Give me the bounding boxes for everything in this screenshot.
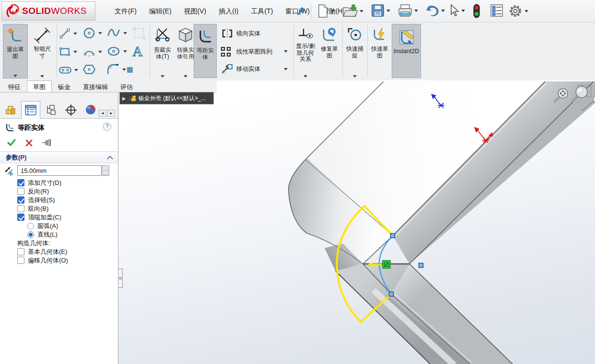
text-tool-button[interactable]: A (130, 44, 145, 59)
offset-distance-input[interactable] (17, 165, 102, 176)
select-button[interactable] (449, 4, 465, 17)
fillet-tool-button[interactable] (106, 63, 126, 76)
panel-splitter-handle[interactable] (118, 269, 123, 288)
arc-tool-dropdown[interactable] (98, 51, 102, 53)
tab-dimxpert-manager[interactable] (61, 101, 81, 119)
sketch-point-bottom[interactable] (389, 292, 394, 296)
save-button[interactable] (371, 4, 390, 17)
checkbox-icon[interactable] (17, 196, 24, 204)
check-select-chain[interactable]: 选择链(S) (0, 196, 118, 204)
polygon-tool-button[interactable] (82, 63, 96, 76)
cancel-button[interactable] (25, 139, 33, 147)
task-list-button[interactable] (490, 4, 503, 17)
menu-tools[interactable]: 工具(T) (245, 5, 278, 18)
menu-view[interactable]: 视图(V) (179, 5, 212, 18)
select-dropdown[interactable] (461, 10, 465, 12)
ellipse-tool-dropdown[interactable] (123, 50, 127, 53)
rapid-sketch-button[interactable]: 快速草 图 (369, 24, 390, 79)
tree-expand-arrow[interactable]: ▶ (122, 96, 126, 101)
panel-tabs-scroll-right[interactable]: ► (107, 110, 115, 117)
slot-tool-button[interactable] (58, 65, 78, 75)
tab-sketch[interactable]: 草图 (27, 80, 52, 92)
check-offset-geometry[interactable]: 偏移几何体(O) (0, 256, 118, 264)
checkbox-icon[interactable] (17, 248, 24, 255)
open-dropdown[interactable] (360, 10, 363, 12)
circle-tool-dropdown[interactable] (98, 32, 102, 34)
tab-property-manager[interactable] (21, 101, 40, 119)
feature-tree-flyout[interactable]: ▶ 钣金外壳 (默认<<默认>_... (119, 92, 214, 104)
smart-dimension-button[interactable]: 智能尺 寸 (30, 24, 55, 79)
new-document-dropdown[interactable] (331, 10, 335, 12)
point-tool-button[interactable] (127, 67, 133, 73)
tab-configuration-manager[interactable] (41, 101, 60, 119)
instant2d-button[interactable]: Instant2D (392, 24, 421, 78)
repair-sketch-button[interactable]: 修复草 图 (318, 24, 340, 79)
print-dropdown[interactable] (414, 10, 418, 12)
smart-dimension-dropdown[interactable] (40, 75, 44, 78)
undo-button[interactable] (425, 4, 445, 17)
options-gear-button[interactable] (508, 4, 528, 18)
radio-lines[interactable]: 直线(L) (0, 230, 118, 239)
ok-button[interactable] (7, 138, 16, 147)
line-tool-button[interactable] (58, 27, 77, 40)
offset-entities-button[interactable]: 等距实 体 (194, 24, 217, 78)
trim-entities-button[interactable]: 剪裁实 体(T) (152, 24, 174, 79)
convert-dropdown[interactable] (184, 75, 187, 78)
check-reverse[interactable]: 反向(R) (0, 187, 118, 195)
check-base-geometry[interactable]: 基本几何体(E) (0, 248, 118, 256)
ellipse-tool-button[interactable] (106, 45, 127, 58)
checkbox-icon[interactable] (17, 214, 24, 221)
display-relations-dropdown[interactable] (303, 75, 307, 78)
slot-tool-dropdown[interactable] (74, 69, 78, 71)
tab-evaluate[interactable]: 评估 (114, 80, 139, 92)
linear-pattern-dropdown[interactable] (284, 50, 288, 53)
offset-drag-handle[interactable] (383, 261, 390, 268)
offset-distance-spinner[interactable] (102, 165, 109, 176)
move-entities-dropdown[interactable] (284, 68, 288, 70)
rectangle-tool-button[interactable] (58, 46, 77, 58)
menu-edit[interactable]: 编辑(E) (144, 5, 177, 18)
line-tool-dropdown[interactable] (73, 33, 77, 35)
tab-feature-manager[interactable] (1, 101, 20, 119)
tree-item-label[interactable]: 钣金外壳 (默认<<默认>_... (139, 94, 206, 102)
checkbox-icon[interactable] (17, 257, 24, 264)
tab-features[interactable]: 特征 (2, 80, 27, 92)
check-add-dimensions[interactable]: 添加尺寸(D) (0, 179, 118, 187)
radio-icon[interactable] (27, 223, 34, 229)
panel-tabs-scroll-left[interactable]: ◄ (99, 110, 106, 117)
rebuild-button[interactable] (473, 4, 480, 18)
checkbox-icon[interactable] (17, 205, 24, 212)
radio-arcs[interactable]: 圆弧(A) (0, 222, 118, 230)
linear-pattern-button[interactable]: 线性草图阵列 (220, 45, 272, 58)
parameters-group-header[interactable]: 参数(P) (0, 152, 118, 163)
open-button[interactable] (342, 4, 363, 18)
collapse-chevron-icon[interactable] (107, 156, 113, 162)
quick-snaps-button[interactable]: 快速捕 捉 (344, 24, 365, 79)
sketch-point-top[interactable] (391, 234, 395, 238)
arc-tool-button[interactable] (82, 46, 102, 58)
circle-tool-button[interactable] (82, 26, 102, 40)
trim-dropdown[interactable] (161, 75, 164, 78)
checkbox-icon[interactable] (17, 188, 24, 195)
check-bidirectional[interactable]: 双向(B) (0, 205, 118, 213)
help-icon[interactable]: ? (103, 123, 111, 131)
exit-sketch-dropdown[interactable] (13, 75, 17, 77)
graphics-area[interactable] (118, 81, 595, 364)
options-dropdown[interactable] (525, 10, 528, 12)
tab-direct-editing[interactable]: 直接编辑 (77, 80, 114, 92)
menu-insert[interactable]: 插入(I) (213, 5, 244, 18)
spline-tool-button[interactable] (106, 26, 127, 40)
keep-visible-pin-button[interactable] (42, 139, 52, 147)
fillet-tool-dropdown[interactable] (122, 68, 126, 71)
sketch-point-vertex[interactable] (419, 263, 423, 268)
quick-snaps-dropdown[interactable] (353, 75, 357, 78)
spline-tool-dropdown[interactable] (123, 32, 127, 34)
new-document-button[interactable] (316, 4, 335, 18)
tab-display-manager[interactable] (82, 101, 98, 119)
move-entities-button[interactable]: 移动实体 (221, 63, 260, 75)
mirror-entities-button[interactable]: 镜向实体 (221, 28, 260, 39)
checkbox-icon[interactable] (17, 179, 24, 186)
rectangle-tool-dropdown[interactable] (73, 51, 77, 53)
undo-dropdown[interactable] (441, 10, 445, 12)
check-cap-ends[interactable]: 顶端加盖(C) (0, 213, 118, 221)
